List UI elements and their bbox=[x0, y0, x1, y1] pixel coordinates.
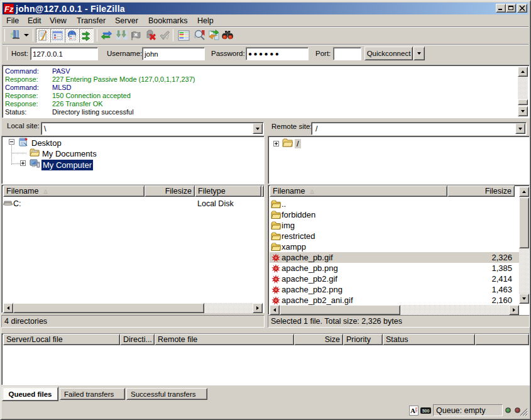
svg-text:A: A bbox=[410, 407, 415, 414]
svg-text:Fz: Fz bbox=[4, 4, 14, 14]
